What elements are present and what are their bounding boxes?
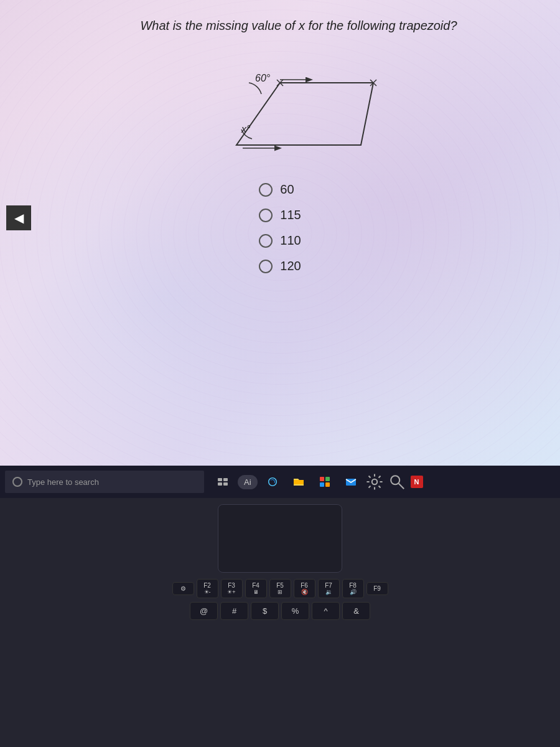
f1-key[interactable]: ⚙ bbox=[172, 582, 194, 595]
svg-line-20 bbox=[398, 484, 403, 489]
percent-label: % bbox=[292, 606, 299, 616]
svg-rect-11 bbox=[218, 482, 222, 486]
touchpad[interactable] bbox=[218, 504, 342, 573]
option-label-120: 120 bbox=[280, 259, 301, 273]
svg-point-19 bbox=[391, 476, 399, 484]
radio-60[interactable] bbox=[259, 183, 273, 197]
svg-rect-13 bbox=[320, 477, 324, 481]
option-row-120[interactable]: 120 bbox=[259, 259, 301, 273]
windows-store-icon[interactable] bbox=[314, 471, 336, 493]
svg-rect-10 bbox=[223, 478, 228, 481]
f7-label: F7 bbox=[322, 582, 335, 589]
f5-key[interactable]: F5 ⊞ bbox=[269, 579, 291, 598]
f3-brightness-up-icon: ☀+ bbox=[225, 589, 238, 595]
svg-marker-0 bbox=[236, 83, 373, 145]
svg-rect-9 bbox=[218, 478, 222, 481]
f4-label: F4 bbox=[250, 582, 263, 589]
ai-button[interactable]: Ai bbox=[238, 475, 258, 489]
ampersand-label: & bbox=[353, 606, 359, 616]
back-arrow-icon: ◀ bbox=[14, 210, 24, 225]
trapezoid-diagram: 60° x° bbox=[199, 52, 398, 164]
dollar-key[interactable]: $ bbox=[251, 602, 279, 620]
option-label-110: 110 bbox=[280, 233, 301, 248]
hash-key[interactable]: # bbox=[220, 602, 248, 620]
at-key[interactable]: @ bbox=[190, 602, 218, 620]
option-row-60[interactable]: 60 bbox=[259, 182, 294, 197]
norton-n-label: N bbox=[414, 478, 419, 486]
option-row-110[interactable]: 110 bbox=[259, 233, 301, 248]
f1-gear-icon: ⚙ bbox=[177, 585, 190, 592]
f5-icon: ⊞ bbox=[274, 589, 287, 595]
taskview-icon[interactable] bbox=[212, 471, 234, 493]
trapezoid-svg: 60° x° bbox=[199, 52, 398, 164]
at-label: @ bbox=[200, 606, 208, 616]
f2-brightness-down-icon: ☀- bbox=[201, 589, 214, 595]
svg-point-18 bbox=[371, 479, 376, 484]
f6-mute-icon: 🔇 bbox=[298, 589, 311, 595]
keyboard-area: ⚙ F2 ☀- F3 ☀+ F4 🖥 F5 ⊞ F6 🔇 F7 🔉 F8 🔊 bbox=[0, 498, 560, 747]
caret-key[interactable]: ^ bbox=[312, 602, 340, 620]
f6-label: F6 bbox=[298, 582, 311, 589]
f7-key[interactable]: F7 🔉 bbox=[318, 579, 340, 598]
search-text: Type here to search bbox=[27, 477, 99, 487]
f8-label: F8 bbox=[347, 582, 360, 589]
ai-label: Ai bbox=[244, 477, 251, 487]
caret-label: ^ bbox=[324, 606, 327, 616]
svg-text:60°: 60° bbox=[255, 73, 271, 83]
f3-label: F3 bbox=[225, 582, 238, 589]
option-label-115: 115 bbox=[280, 208, 301, 222]
svg-rect-14 bbox=[325, 477, 330, 481]
function-key-row: ⚙ F2 ☀- F3 ☀+ F4 🖥 F5 ⊞ F6 🔇 F7 🔉 F8 🔊 bbox=[0, 579, 560, 598]
radio-115[interactable] bbox=[259, 209, 273, 222]
taskbar: Type here to search Ai bbox=[0, 466, 560, 498]
svg-text:x°: x° bbox=[241, 124, 251, 134]
f9-label: F9 bbox=[371, 585, 384, 592]
settings-tray-icon[interactable] bbox=[366, 473, 383, 491]
f8-vol-up-icon: 🔊 bbox=[347, 589, 360, 595]
taskbar-icons: Ai bbox=[212, 471, 423, 493]
radio-110[interactable] bbox=[259, 234, 273, 248]
svg-rect-15 bbox=[320, 482, 324, 487]
f4-key[interactable]: F4 🖥 bbox=[245, 579, 267, 598]
percent-key[interactable]: % bbox=[281, 602, 309, 620]
f2-label: F2 bbox=[201, 582, 214, 589]
norton-badge[interactable]: N bbox=[411, 476, 423, 488]
system-tray: N bbox=[366, 473, 423, 491]
edge-icon[interactable] bbox=[261, 471, 284, 493]
svg-rect-16 bbox=[325, 482, 330, 487]
f7-vol-down-icon: 🔉 bbox=[322, 589, 335, 595]
mail-icon[interactable] bbox=[340, 471, 362, 493]
dollar-label: $ bbox=[263, 606, 267, 616]
f6-key[interactable]: F6 🔇 bbox=[294, 579, 315, 598]
bottom-key-row: @ # $ % ^ & bbox=[0, 602, 560, 620]
magnify-tray-icon[interactable] bbox=[388, 473, 406, 491]
search-circle-icon bbox=[12, 477, 22, 487]
f9-key[interactable]: F9 bbox=[366, 582, 388, 595]
ampersand-key[interactable]: & bbox=[342, 602, 370, 620]
back-button[interactable]: ◀ bbox=[6, 205, 31, 230]
option-label-60: 60 bbox=[280, 182, 294, 197]
f2-key[interactable]: F2 ☀- bbox=[197, 579, 218, 598]
file-explorer-icon[interactable] bbox=[287, 471, 310, 493]
f8-key[interactable]: F8 🔊 bbox=[342, 579, 364, 598]
f4-display-icon: 🖥 bbox=[250, 589, 263, 595]
radio-120[interactable] bbox=[259, 260, 273, 273]
hash-label: # bbox=[232, 606, 236, 616]
question-text: What is the missing value of x for the f… bbox=[140, 19, 457, 33]
search-bar[interactable]: Type here to search bbox=[5, 471, 204, 493]
svg-rect-12 bbox=[223, 482, 228, 486]
option-row-115[interactable]: 115 bbox=[259, 208, 301, 222]
quiz-container: What is the missing value of x for the f… bbox=[50, 0, 548, 467]
f5-label: F5 bbox=[274, 582, 287, 589]
options-container: 60 115 110 120 bbox=[259, 182, 301, 273]
f3-key[interactable]: F3 ☀+ bbox=[221, 579, 243, 598]
screen: ◀ What is the missing value of x for the… bbox=[0, 0, 560, 498]
